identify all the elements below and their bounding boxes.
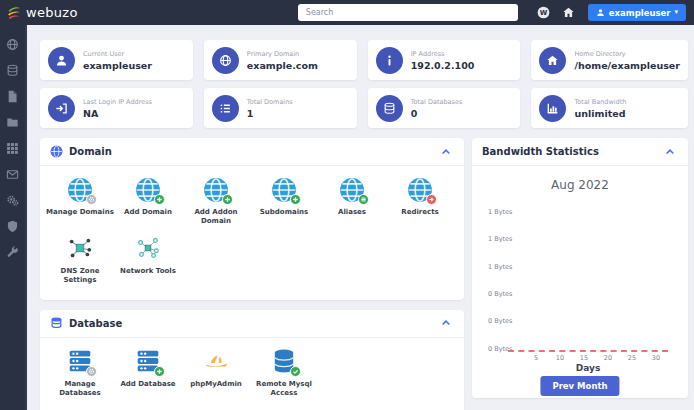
globe-icon [6, 38, 19, 51]
stats-grid: Current UserexampleuserPrimary Domainexa… [40, 40, 688, 128]
globe-app-icon [67, 176, 94, 203]
chevron-up-icon [440, 317, 452, 329]
database-panel-header: Database [40, 310, 464, 338]
app-item-manage-domains[interactable]: Manage Domains [46, 176, 114, 227]
chevron-up-icon [664, 146, 676, 158]
app-item-label: Add Domain [124, 208, 172, 217]
database-collapse-button[interactable] [438, 315, 454, 331]
bandwidth-collapse-button[interactable] [662, 144, 678, 160]
x-axis-tick: 15 [577, 354, 591, 362]
database-icon [50, 317, 63, 330]
app-item-label: Add Database [120, 380, 175, 389]
stat-card-primary-domain: Primary Domainexample.com [204, 40, 357, 80]
user-menu-button[interactable]: exampleuser ▾ [588, 4, 686, 21]
sidebar [0, 25, 27, 410]
sidebar-item-services[interactable] [0, 187, 26, 213]
arrow-badge-icon [426, 194, 437, 205]
gear-badge-icon [86, 366, 97, 377]
folder-icon [6, 116, 19, 129]
svg-text:W: W [540, 9, 548, 17]
plus-badge-icon [154, 366, 165, 377]
sidebar-item-security[interactable] [0, 213, 26, 239]
app-item-add-domain[interactable]: Add Domain [114, 176, 182, 227]
sidebar-item-files[interactable] [0, 83, 26, 109]
file-icon [6, 90, 19, 103]
app-item-label: Manage Databases [46, 380, 114, 399]
app-item-aliases[interactable]: Aliases [318, 176, 386, 227]
stat-label: Total Domains [247, 98, 293, 106]
y-axis-label: 0 Bytes [488, 317, 512, 325]
stat-card-last-login-ip-address: Last Login IP AddressNA [40, 88, 193, 128]
wordpress-icon[interactable]: W [536, 5, 551, 20]
app-item-label: phpMyAdmin [190, 380, 242, 389]
y-axis-label: 1 Bytes [488, 235, 512, 243]
bandwidth-panel: Bandwidth Statistics Aug 2022 1 Bytes1 B… [472, 138, 688, 398]
domain-panel-title: Domain [69, 146, 112, 157]
prev-month-button[interactable]: Prev Month [540, 376, 619, 396]
stat-label: Primary Domain [247, 50, 318, 58]
stat-value: /home/exampleuser [574, 60, 680, 71]
webuzo-logo[interactable]: webuzo [6, 5, 78, 21]
app-item-add-addon-domain[interactable]: Add Addon Domain [182, 176, 250, 227]
chart-zero-line [508, 350, 668, 352]
domain-panel: Domain Manage DomainsAdd DomainAdd Addon… [40, 138, 464, 300]
stat-label: Home Directory [574, 50, 680, 58]
stat-label: Current User [83, 50, 152, 58]
app-item-dns-zone-settings[interactable]: DNS Zone Settings [46, 235, 114, 286]
app-item-phpmyadmin[interactable]: phpMyAdmin [182, 348, 250, 399]
y-axis-label: 1 Bytes [488, 208, 512, 216]
stat-card-ip-address: IP Address192.0.2.100 [368, 40, 521, 80]
y-axis-label: 0 Bytes [488, 290, 512, 298]
x-axis-tick: 20 [601, 354, 615, 362]
domain-panel-header: Domain [40, 138, 464, 166]
plus-badge-icon [222, 194, 233, 205]
home-icon[interactable] [561, 5, 576, 20]
app-item-redirects[interactable]: Redirects [386, 176, 454, 227]
app-item-label: Subdomains [260, 208, 308, 217]
user-menu-label: exampleuser [609, 8, 671, 18]
y-axis-label: 1 Bytes [488, 263, 512, 271]
app-item-label: Remote Mysql Access [250, 380, 318, 399]
plus-badge-icon [154, 194, 165, 205]
sidebar-item-databases[interactable] [0, 57, 26, 83]
topbar: webuzo W exampleuser ▾ [0, 0, 694, 25]
database-panel: Database Manage DatabasesAdd Databasephp… [40, 310, 464, 410]
globe-app-icon [407, 176, 434, 203]
app-item-add-database[interactable]: Add Database [114, 348, 182, 399]
stat-value: unlimited [574, 108, 626, 119]
stat-value: exampleuser [83, 60, 152, 71]
list-badge-icon [358, 194, 369, 205]
stat-label: Total Bandwidth [574, 98, 626, 106]
x-axis-tick: 25 [625, 354, 639, 362]
sidebar-item-ftp[interactable] [0, 109, 26, 135]
network-tools-icon [135, 235, 162, 262]
phpmyadmin-icon [203, 348, 230, 375]
stat-value: NA [83, 108, 152, 119]
logo-text: webuzo [26, 5, 78, 20]
database-items-grid: Manage DatabasesAdd DatabasephpMyAdminRe… [40, 338, 464, 410]
sidebar-item-domains[interactable] [0, 31, 26, 57]
app-item-label: Network Tools [120, 267, 176, 276]
sidebar-item-apps[interactable] [0, 135, 26, 161]
app-item-label: Redirects [401, 208, 438, 217]
user-icon [48, 47, 75, 74]
app-item-manage-databases[interactable]: Manage Databases [46, 348, 114, 399]
info-icon [376, 47, 403, 74]
domain-collapse-button[interactable] [438, 144, 454, 160]
mail-icon [6, 168, 19, 181]
list-icon [212, 95, 239, 122]
app-item-label: Manage Domains [46, 208, 114, 217]
app-item-subdomains[interactable]: Subdomains [250, 176, 318, 227]
search-input[interactable] [298, 4, 518, 21]
stat-label: Total Databases [411, 98, 463, 106]
home-icon [539, 47, 566, 74]
sidebar-item-tools[interactable] [0, 239, 26, 265]
app-item-remote-mysql-access[interactable]: Remote Mysql Access [250, 348, 318, 399]
stat-label: Last Login IP Address [83, 98, 152, 106]
stat-card-total-databases: Total Databases0 [368, 88, 521, 128]
stat-value: 192.0.2.100 [411, 60, 475, 71]
stat-card-home-directory: Home Directory/home/exampleuser [531, 40, 688, 80]
webuzo-app: webuzo W exampleuser ▾ Current Userexamp… [0, 0, 694, 410]
app-item-network-tools[interactable]: Network Tools [114, 235, 182, 286]
sidebar-item-email[interactable] [0, 161, 26, 187]
